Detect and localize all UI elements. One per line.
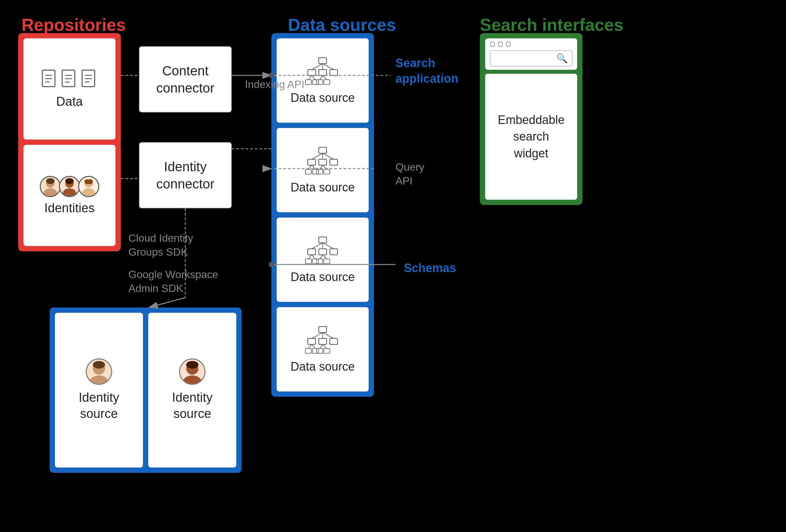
window-dots bbox=[490, 42, 573, 47]
svg-rect-28 bbox=[305, 80, 311, 84]
svg-rect-21 bbox=[319, 57, 326, 64]
svg-rect-54 bbox=[330, 249, 338, 255]
identity-sources-box: Identity source Identity source bbox=[50, 308, 241, 473]
search-interfaces-box: 🔍 Embeddablesearchwidget bbox=[480, 33, 582, 205]
person-icon-1 bbox=[40, 176, 61, 197]
search-application-label: Searchapplication bbox=[395, 55, 458, 87]
svg-line-46 bbox=[312, 165, 316, 169]
svg-line-25 bbox=[312, 64, 323, 69]
data-box: Data bbox=[23, 38, 116, 140]
embeddable-widget-box: Embeddablesearchwidget bbox=[485, 74, 577, 200]
identity-source-2-avatar bbox=[179, 358, 206, 385]
identity-source-1-avatar bbox=[86, 358, 112, 385]
window-dot-2 bbox=[498, 42, 503, 47]
svg-rect-69 bbox=[330, 338, 338, 344]
identity-connector-box: Identityconnector bbox=[139, 142, 232, 208]
tree-icon-1 bbox=[304, 56, 341, 88]
doc-icon-1 bbox=[41, 69, 58, 91]
identities-box: Identities bbox=[23, 145, 116, 246]
svg-rect-58 bbox=[305, 259, 311, 264]
data-source-4-label: Data source bbox=[291, 360, 355, 373]
data-icons bbox=[41, 69, 98, 91]
svg-rect-23 bbox=[319, 69, 326, 75]
svg-line-31 bbox=[312, 75, 316, 80]
svg-line-45 bbox=[308, 165, 312, 169]
identity-source-1-label: Identity source bbox=[62, 389, 136, 422]
svg-rect-53 bbox=[319, 249, 326, 255]
svg-point-13 bbox=[44, 188, 57, 196]
svg-line-80 bbox=[323, 344, 327, 348]
svg-line-27 bbox=[323, 64, 333, 69]
svg-rect-36 bbox=[319, 147, 326, 153]
search-browser-card: 🔍 bbox=[485, 38, 577, 70]
svg-rect-51 bbox=[319, 237, 326, 243]
repositories-box: Data bbox=[18, 33, 121, 251]
svg-line-55 bbox=[312, 243, 323, 249]
svg-line-75 bbox=[308, 344, 312, 348]
svg-point-85 bbox=[183, 375, 202, 384]
window-dot-3 bbox=[506, 42, 511, 47]
svg-rect-52 bbox=[308, 249, 316, 255]
identity-icons bbox=[40, 176, 99, 197]
embeddable-widget-label: Embeddablesearchwidget bbox=[498, 112, 564, 162]
svg-rect-20 bbox=[85, 179, 93, 184]
svg-rect-67 bbox=[308, 338, 316, 344]
repositories-label: Repositories bbox=[22, 15, 126, 35]
svg-rect-29 bbox=[313, 80, 318, 84]
svg-line-40 bbox=[312, 153, 323, 159]
svg-rect-22 bbox=[308, 69, 316, 75]
identities-label: Identities bbox=[44, 201, 95, 215]
svg-line-49 bbox=[320, 165, 323, 169]
identity-source-2-label: Identity source bbox=[155, 389, 230, 422]
svg-line-61 bbox=[312, 255, 316, 259]
svg-line-50 bbox=[323, 165, 327, 169]
svg-rect-77 bbox=[317, 348, 323, 353]
data-source-2-label: Data source bbox=[291, 180, 355, 194]
window-dot-1 bbox=[490, 42, 495, 47]
svg-line-79 bbox=[320, 344, 323, 348]
svg-rect-63 bbox=[324, 259, 330, 264]
svg-rect-59 bbox=[313, 259, 318, 264]
svg-line-34 bbox=[320, 75, 323, 80]
identity-source-1: Identity source bbox=[55, 313, 143, 467]
svg-line-70 bbox=[312, 332, 323, 338]
svg-line-42 bbox=[323, 153, 333, 159]
svg-point-86 bbox=[186, 361, 199, 368]
svg-rect-33 bbox=[324, 80, 330, 84]
tree-icon-2 bbox=[304, 146, 341, 177]
indexing-api-label: Indexing API bbox=[245, 78, 304, 92]
cloud-identity-label: Cloud IdentityGroups SDK bbox=[129, 232, 193, 259]
svg-rect-62 bbox=[317, 259, 323, 264]
svg-point-14 bbox=[46, 178, 54, 184]
svg-rect-32 bbox=[317, 80, 323, 84]
person-icon-3 bbox=[78, 176, 99, 197]
doc-icon-3 bbox=[81, 69, 98, 91]
svg-rect-74 bbox=[313, 348, 318, 353]
query-api-label: QueryAPI bbox=[395, 160, 424, 188]
identity-connector-label: Identityconnector bbox=[156, 158, 214, 192]
schemas-label: Schemas bbox=[404, 261, 456, 275]
data-label: Data bbox=[56, 95, 83, 109]
svg-rect-68 bbox=[319, 338, 326, 344]
svg-point-82 bbox=[90, 375, 108, 384]
svg-rect-39 bbox=[330, 159, 338, 165]
diagram-container: Repositories Data sources Search interfa… bbox=[0, 0, 786, 532]
tree-icon-4 bbox=[304, 325, 341, 357]
person-icon-2 bbox=[59, 176, 80, 197]
search-bar[interactable]: 🔍 bbox=[490, 50, 573, 67]
svg-line-76 bbox=[312, 344, 316, 348]
svg-line-72 bbox=[323, 332, 333, 338]
svg-rect-24 bbox=[330, 69, 338, 75]
svg-rect-38 bbox=[319, 159, 326, 165]
data-source-1-label: Data source bbox=[291, 91, 355, 105]
identity-source-2: Identity source bbox=[148, 313, 236, 467]
tree-icon-3 bbox=[304, 236, 341, 267]
svg-point-19 bbox=[82, 188, 95, 196]
svg-rect-66 bbox=[319, 327, 326, 332]
svg-rect-78 bbox=[324, 348, 330, 353]
svg-line-57 bbox=[323, 243, 333, 249]
google-workspace-label: Google WorkspaceAdmin SDK bbox=[129, 268, 218, 295]
svg-line-60 bbox=[308, 255, 312, 259]
content-connector-label: Contentconnector bbox=[156, 62, 214, 97]
svg-point-17 bbox=[65, 178, 73, 184]
